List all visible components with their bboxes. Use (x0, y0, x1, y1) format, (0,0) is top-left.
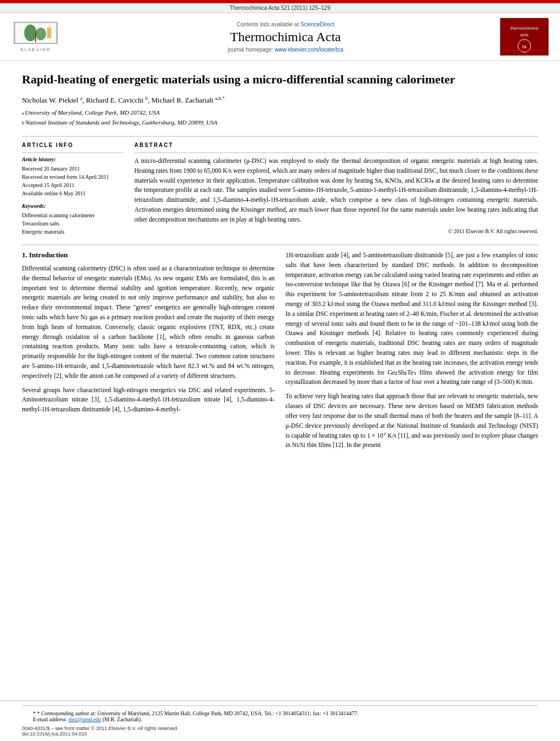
intro-paragraph-1: Differential scanning calorimetry (DSC) … (22, 264, 275, 381)
sciencedirect-label: Contents lists available at (237, 21, 299, 27)
divider-1 (22, 136, 538, 137)
abstract-col: ABSTRACT A micro-differential scanning c… (134, 142, 538, 236)
journal-title-block: Contents lists available at ScienceDirec… (71, 21, 500, 53)
main-content: Rapid-heating of energetic materials usi… (0, 61, 560, 700)
keyword-1: Differential scanning calorimeter (22, 211, 123, 219)
footnote-block: * * Corresponding author at: University … (22, 710, 538, 722)
revised-date: Received in revised form 14 April 2011 (22, 173, 123, 181)
journal-name: Thermochimica Acta (71, 30, 500, 44)
page-footer: * * Corresponding author at: University … (0, 700, 560, 741)
svg-text:thermochimica: thermochimica (511, 26, 539, 31)
sciencedirect-line: Contents lists available at ScienceDirec… (71, 21, 500, 27)
citation-bar: Thermochimica Acta 521 (2011) 125–129 (0, 3, 560, 13)
body-left-col: 1. Introduction Differential scanning ca… (22, 251, 275, 455)
affil-a-text: University of Maryland, College Park, MD… (25, 108, 160, 117)
journal-logo-right: thermochimica acta ta (500, 18, 549, 56)
svg-point-2 (24, 24, 37, 41)
abstract-text: A micro-differential scanning calorimete… (134, 156, 538, 225)
elsevier-name: ELSEVIER (20, 47, 50, 52)
right-paragraph-2: To achieve very high heating rates that … (286, 392, 539, 450)
section-title: Introduction (29, 251, 68, 259)
body-content: 1. Introduction Differential scanning ca… (22, 251, 538, 455)
article-info-label: ARTICLE INFO (22, 142, 123, 148)
article-info-block: Article history: Received 20 January 201… (22, 152, 123, 236)
affiliation-b: b National Institute of Standards and Te… (22, 118, 538, 127)
affil-b-text: National Institute of Standards and Tech… (25, 118, 217, 127)
article-info-col: ARTICLE INFO Article history: Received 2… (22, 142, 123, 236)
authors: Nicholas W. Piekiel a, Richard E. Cavicc… (22, 95, 538, 105)
email-link[interactable]: mrz@umd.edu (69, 716, 101, 722)
email-name: (M.R. Zachariah). (103, 716, 142, 722)
affiliations: a University of Maryland, College Park, … (22, 108, 538, 127)
svg-rect-5 (47, 27, 52, 38)
copyright: © 2011 Elsevier B.V. All rights reserved… (134, 228, 538, 234)
online-date: Available online 6 May 2011 (22, 189, 123, 197)
homepage-label: journal homepage: (228, 47, 273, 53)
intro-heading: 1. Introduction (22, 251, 275, 259)
abstract-label: ABSTRACT (134, 142, 538, 148)
accepted-date: Accepted 15 April 2011 (22, 181, 123, 189)
article-title: Rapid-heating of energetic materials usi… (22, 72, 538, 88)
svg-text:acta: acta (521, 32, 529, 37)
abstract-block: A micro-differential scanning calorimete… (134, 152, 538, 234)
doi-prefix: 0040-6031/$ – see front matter © 2011 El… (22, 726, 538, 731)
section-number: 1. (22, 251, 27, 259)
footer-doi: 0040-6031/$ – see front matter © 2011 El… (22, 726, 538, 737)
body-right-col: 1H-tetrazolium azide [4], and 5-aminotet… (286, 251, 539, 455)
keyword-2: Tetrazolium salts (22, 219, 123, 228)
homepage-link[interactable]: www.elsevier.com/locate/tca (275, 47, 343, 53)
journal-header: ELSEVIER Contents lists available at Sci… (0, 13, 560, 61)
keyword-3: Energetic materials (22, 228, 123, 236)
citation-text: Thermochimica Acta 521 (2011) 125–129 (230, 5, 330, 11)
elsevier-logo-box (14, 22, 58, 44)
keywords-block: Keywords: Differential scanning calorime… (22, 203, 123, 236)
footer-divider (22, 705, 538, 706)
elsevier-logo: ELSEVIER (11, 22, 60, 52)
sciencedirect-link[interactable]: ScienceDirect (301, 21, 335, 27)
svg-point-3 (36, 27, 46, 40)
journal-homepage: journal homepage: www.elsevier.com/locat… (71, 47, 500, 53)
divider-2 (22, 245, 538, 245)
footnote-star: * (33, 710, 37, 716)
history-label: Article history: (22, 156, 123, 162)
affiliation-a: a University of Maryland, College Park, … (22, 108, 538, 117)
email-label: E-mail address: (33, 716, 67, 722)
article-info-abstract: ARTICLE INFO Article history: Received 2… (22, 142, 538, 236)
doi-text: doi:10.1016/j.tca.2011.04.015 (22, 731, 538, 737)
page-wrapper: Thermochimica Acta 521 (2011) 125–129 (0, 0, 560, 741)
footnote-text: * Corresponding author at: University of… (37, 710, 359, 716)
received-date: Received 20 January 2011 (22, 165, 123, 173)
right-paragraph-1: 1H-tetrazolium azide [4], and 5-aminotet… (286, 251, 539, 387)
svg-text:ta: ta (522, 44, 526, 49)
intro-paragraph-2: Several groups have characterized high-n… (22, 386, 275, 415)
keywords-label: Keywords: (22, 203, 123, 209)
